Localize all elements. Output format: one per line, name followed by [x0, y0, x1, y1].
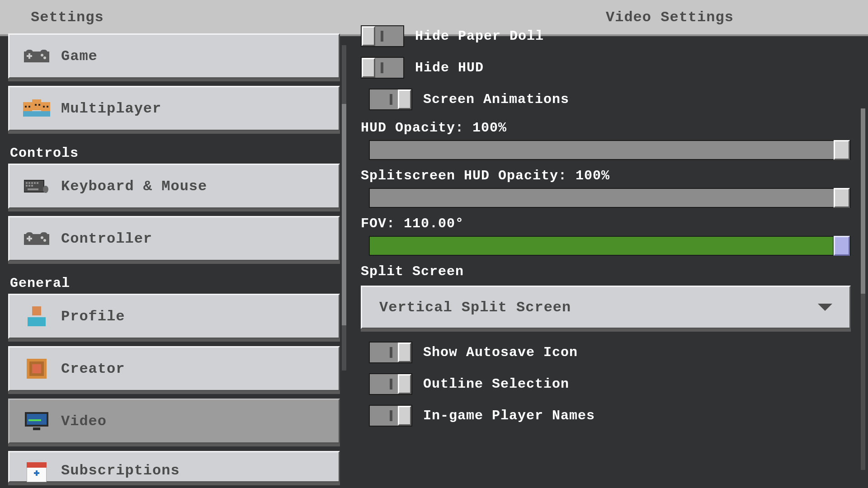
svg-rect-13	[38, 104, 40, 106]
svg-rect-19	[28, 182, 30, 184]
sidebar-item-profile[interactable]: Profile	[8, 294, 340, 339]
toggle-row-player-names: In-game Player Names	[369, 405, 851, 427]
sidebar-item-creator[interactable]: Creator	[8, 346, 340, 391]
toggle-screen-animations[interactable]	[369, 89, 412, 110]
toggle-label: Outline Selection	[423, 376, 569, 392]
svg-rect-12	[35, 104, 37, 106]
sidebar-item-label: Multiplayer	[61, 100, 161, 117]
sidebar-item-controller[interactable]: Controller	[8, 216, 340, 261]
svg-rect-43	[33, 427, 40, 430]
svg-point-34	[43, 239, 46, 242]
svg-rect-35	[32, 306, 41, 315]
svg-point-5	[41, 54, 43, 56]
toggle-player-names[interactable]	[369, 405, 412, 427]
sidebar-category-controls: Controls	[8, 138, 340, 164]
slider-splitscreen-hud-opacity[interactable]	[369, 188, 851, 208]
toggle-label: Hide HUD	[415, 60, 484, 75]
svg-rect-25	[31, 185, 33, 187]
profile-icon	[20, 306, 53, 326]
toggle-hide-hud[interactable]	[361, 57, 404, 79]
svg-rect-26	[28, 188, 38, 190]
toggle-hide-paper-doll[interactable]	[361, 25, 404, 47]
svg-rect-36	[28, 317, 46, 326]
chevron-down-icon	[818, 304, 832, 311]
svg-rect-47	[36, 470, 38, 476]
keyboard-icon	[20, 178, 53, 194]
toggle-label: Screen Animations	[423, 92, 569, 107]
sidebar-item-label: Game	[61, 48, 98, 65]
sidebar-item-label: Controller	[61, 230, 152, 247]
creator-icon	[20, 359, 53, 379]
sidebar-item-label: Video	[61, 413, 107, 430]
toggle-row-show-autosave: Show Autosave Icon	[369, 342, 851, 363]
toggle-row-outline-selection: Outline Selection	[369, 373, 851, 395]
video-icon	[20, 412, 53, 430]
sidebar-item-multiplayer[interactable]: Multiplayer	[8, 86, 340, 131]
toggle-label: Show Autosave Icon	[423, 345, 578, 360]
toggle-show-autosave[interactable]	[369, 342, 412, 363]
toggle-row-hide-hud: Hide HUD	[361, 57, 851, 79]
sidebar-item-video[interactable]: Video	[8, 399, 340, 444]
svg-rect-14	[43, 106, 45, 108]
multiplayer-icon	[20, 99, 53, 117]
controller-icon	[20, 230, 53, 247]
svg-point-33	[41, 236, 43, 239]
svg-rect-45	[27, 462, 47, 468]
toggle-row-hide-paper-doll: Hide Paper Doll	[361, 25, 851, 47]
svg-rect-18	[26, 182, 28, 184]
content-panel: Hide Paper Doll Hide HUD Screen Animatio…	[348, 36, 868, 488]
toggle-label: Hide Paper Doll	[415, 28, 544, 44]
slider-label-hud-opacity: HUD Opacity: 100%	[361, 120, 851, 136]
section-label-split-screen: Split Screen	[361, 264, 851, 279]
slider-label-fov: FOV: 110.00°	[361, 216, 851, 231]
svg-point-27	[43, 186, 48, 193]
toggle-row-screen-animations: Screen Animations	[369, 89, 851, 110]
svg-rect-15	[47, 106, 48, 108]
svg-rect-11	[28, 106, 30, 108]
svg-rect-10	[25, 106, 27, 108]
svg-rect-23	[26, 185, 28, 187]
toggle-outline-selection[interactable]	[369, 373, 412, 395]
controller-icon	[20, 48, 53, 64]
svg-rect-24	[28, 185, 30, 187]
svg-rect-7	[23, 102, 32, 111]
slider-hud-opacity[interactable]	[369, 140, 851, 160]
sidebar-item-label: Creator	[61, 361, 125, 377]
slider-label-splitscreen-hud-opacity: Splitscreen HUD Opacity: 100%	[361, 168, 851, 183]
svg-rect-42	[28, 419, 41, 421]
dropdown-value: Vertical Split Screen	[379, 299, 571, 316]
page-title-left: Settings	[31, 9, 104, 26]
sidebar-item-game[interactable]: Game	[8, 33, 340, 79]
sidebar-item-subscriptions[interactable]: Subscriptions	[8, 451, 340, 483]
svg-rect-32	[27, 238, 32, 239]
subscriptions-icon	[20, 462, 53, 482]
svg-rect-21	[34, 182, 36, 184]
svg-point-6	[43, 56, 46, 59]
sidebar: Game Multiplayer Controls Keyboard & Mou…	[0, 36, 348, 488]
sidebar-scrollbar-thumb[interactable]	[342, 104, 346, 325]
content-scrollbar[interactable]	[861, 108, 865, 470]
svg-rect-9	[41, 102, 50, 111]
svg-rect-39	[32, 364, 41, 373]
slider-fov[interactable]	[369, 236, 851, 256]
svg-rect-16	[23, 111, 50, 117]
toggle-label: In-game Player Names	[423, 408, 595, 423]
dropdown-split-screen[interactable]: Vertical Split Screen	[361, 286, 851, 329]
sidebar-item-label: Keyboard & Mouse	[61, 178, 207, 195]
sidebar-item-keyboard[interactable]: Keyboard & Mouse	[8, 164, 340, 209]
content-scrollbar-thumb[interactable]	[861, 108, 865, 294]
svg-rect-22	[37, 182, 38, 184]
svg-rect-4	[27, 55, 32, 57]
page-title-right: Video Settings	[606, 9, 734, 26]
svg-rect-20	[31, 182, 33, 184]
sidebar-scrollbar[interactable]	[342, 45, 346, 371]
sidebar-category-general: General	[8, 268, 340, 294]
sidebar-item-label: Subscriptions	[61, 462, 180, 479]
sidebar-item-label: Profile	[61, 308, 125, 325]
